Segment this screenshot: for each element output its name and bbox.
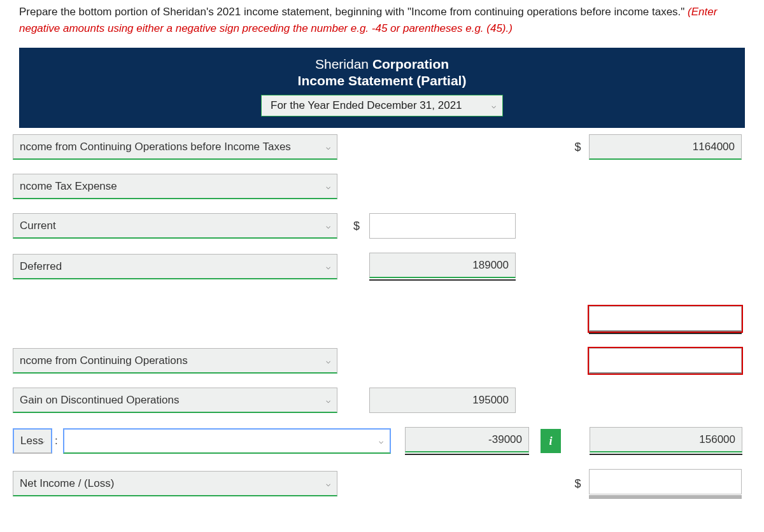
row-income-tax-expense: ncome Tax Expense ⌵ [0, 174, 764, 199]
line-item-select[interactable]: Current ⌵ [13, 213, 337, 239]
amount-input[interactable]: 195000 [369, 388, 516, 413]
info-icon[interactable]: i [541, 429, 561, 453]
currency-symbol: $ [344, 220, 369, 233]
chevron-down-icon: ⌵ [326, 262, 330, 271]
row-current: Current ⌵ $ [0, 213, 764, 239]
row-deferred: Deferred ⌵ 189000 [0, 253, 764, 281]
row-income-before-taxes: ncome from Continuing Operations before … [0, 134, 764, 160]
row-income-from-continuing-operations: ncome from Continuing Operations ⌵ [0, 348, 764, 374]
statement-header: Sheridan Corporation Income Statement (P… [19, 48, 745, 128]
amount-input[interactable] [589, 469, 742, 494]
line-item-select[interactable]: Net Income / (Loss) ⌵ [13, 471, 337, 496]
line-item-select[interactable]: Deferred ⌵ [13, 254, 337, 279]
amount-input[interactable] [589, 348, 742, 374]
amount-input[interactable] [589, 306, 742, 332]
amount-input[interactable] [369, 213, 516, 239]
chevron-down-icon: ⌵ [326, 479, 330, 488]
chevron-down-icon: ⌵ [326, 182, 330, 191]
line-item-select[interactable]: ncome Tax Expense ⌵ [13, 174, 337, 199]
chevron-down-icon: ⌵ [40, 437, 45, 445]
currency-symbol: $ [567, 141, 589, 154]
amount-input[interactable]: 156000 [590, 427, 742, 452]
chevron-down-icon: ⌵ [326, 221, 330, 230]
chevron-down-icon: ⌵ [492, 101, 496, 110]
row-less: Less ⌵ : ⌵ -39000 i 156000 [0, 427, 764, 455]
line-item-select[interactable]: ncome from Continuing Operations before … [13, 134, 337, 160]
line-item-select[interactable]: Gain on Discontinued Operations ⌵ [13, 388, 337, 413]
row-gain-on-discontinued-operations: Gain on Discontinued Operations ⌵ 195000 [0, 388, 764, 413]
company-name: Sheridan Corporation [19, 57, 745, 72]
less-item-select[interactable]: ⌵ [63, 428, 391, 454]
instruction-text: Prepare the bottom portion of Sheridan's… [19, 6, 688, 18]
statement-title: Income Statement (Partial) [19, 73, 745, 88]
currency-symbol: $ [567, 477, 589, 491]
period-select[interactable]: For the Year Ended December 31, 2021 ⌵ [261, 95, 503, 116]
chevron-down-icon: ⌵ [326, 396, 330, 405]
chevron-down-icon: ⌵ [379, 437, 383, 445]
amount-input[interactable]: 1164000 [589, 134, 742, 160]
row-total-tax [0, 306, 764, 334]
colon: : [55, 435, 58, 447]
statement-grid: ncome from Continuing Operations before … [0, 134, 764, 520]
instructions: Prepare the bottom portion of Sheridan's… [0, 0, 764, 48]
line-item-select[interactable]: ncome from Continuing Operations ⌵ [13, 348, 337, 374]
row-net-income: Net Income / (Loss) ⌵ $ [0, 469, 764, 498]
period-label: For the Year Ended December 31, 2021 [271, 99, 462, 111]
chevron-down-icon: ⌵ [326, 143, 330, 151]
chevron-down-icon: ⌵ [326, 356, 330, 365]
less-select[interactable]: Less ⌵ [13, 428, 52, 454]
amount-input[interactable]: -39000 [405, 427, 529, 452]
amount-input[interactable]: 189000 [369, 253, 516, 278]
